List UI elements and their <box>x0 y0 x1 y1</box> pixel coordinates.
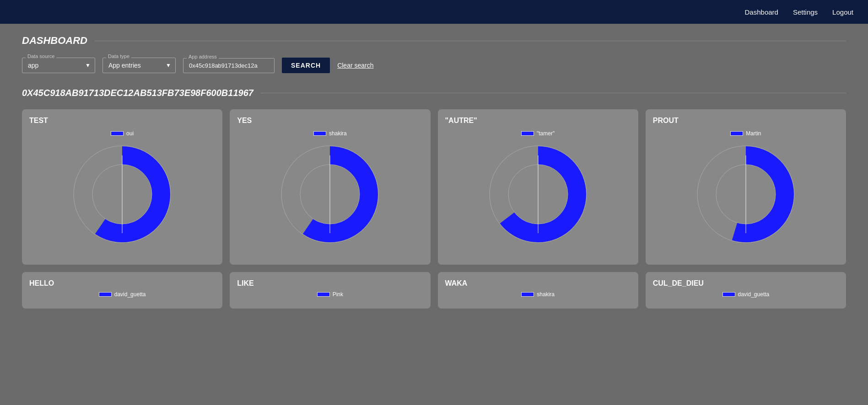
card-cul-legend: david_guetta <box>722 291 770 298</box>
card-like-legend: Pink <box>317 291 343 298</box>
card-test-legend: oui <box>111 130 134 137</box>
app-address-input[interactable] <box>183 58 275 73</box>
legend-label-autre: "tamer" <box>537 130 555 137</box>
card-hello: HELLO david_guetta <box>22 272 222 309</box>
card-prout: PROUT Martin <box>646 109 846 265</box>
nav-dashboard[interactable]: Dashboard <box>745 8 778 16</box>
card-yes: YES shakira <box>230 109 430 265</box>
card-cul: CUL_DE_DIEU david_guetta <box>646 272 846 309</box>
card-test: TEST oui <box>22 109 222 265</box>
page-title-row: DASHBOARD <box>22 35 846 47</box>
legend-swatch <box>111 131 124 136</box>
data-type-group: Data type App entries ▼ <box>102 58 176 73</box>
card-waka-title: WAKA <box>445 279 631 288</box>
legend-swatch-cul <box>722 292 735 297</box>
donut-chart-autre <box>488 144 588 245</box>
main-content: DASHBOARD Data source app ▼ Data type Ap… <box>0 24 868 320</box>
card-hello-title: HELLO <box>29 279 215 288</box>
legend-label-waka: shakira <box>537 291 555 298</box>
data-source-label: Data source <box>26 53 56 59</box>
donut-chart-prout <box>695 144 796 245</box>
top-navigation: Dashboard Settings Logout <box>0 0 868 24</box>
legend-swatch-autre <box>521 131 534 136</box>
nav-logout[interactable]: Logout <box>832 8 853 16</box>
legend-label-cul: david_guetta <box>738 291 770 298</box>
filters-row: Data source app ▼ Data type App entries … <box>22 58 846 73</box>
clear-search-button[interactable]: Clear search <box>337 62 373 69</box>
legend-swatch-waka <box>521 292 534 297</box>
card-like: LIKE Pink <box>230 272 430 309</box>
card-waka: WAKA shakira <box>438 272 638 309</box>
nav-settings[interactable]: Settings <box>793 8 818 16</box>
data-type-select[interactable]: App entries <box>102 58 176 73</box>
card-autre-title: "AUTRE" <box>445 117 477 125</box>
card-prout-legend: Martin <box>730 130 761 137</box>
data-type-label: Data type <box>106 53 131 59</box>
data-source-group: Data source app ▼ <box>22 58 95 73</box>
card-hello-legend: david_guetta <box>99 291 146 298</box>
card-like-title: LIKE <box>237 279 423 288</box>
title-divider <box>95 41 846 41</box>
card-autre: "AUTRE" "tamer" <box>438 109 638 265</box>
legend-swatch-yes <box>313 131 326 136</box>
card-yes-title: YES <box>237 117 252 125</box>
address-title: 0X45C918AB91713DEC12AB513FB73E98F600B119… <box>22 88 253 98</box>
legend-swatch-hello <box>99 292 112 297</box>
legend-label: oui <box>126 130 134 137</box>
legend-label-hello: david_guetta <box>114 291 146 298</box>
legend-label-like: Pink <box>333 291 343 298</box>
card-waka-legend: shakira <box>521 291 555 298</box>
legend-label-yes: shakira <box>329 130 347 137</box>
data-source-select[interactable]: app <box>22 58 95 73</box>
card-test-title: TEST <box>29 117 48 125</box>
card-autre-legend: "tamer" <box>521 130 555 137</box>
page-title: DASHBOARD <box>22 35 87 47</box>
app-address-group: App address <box>183 58 275 73</box>
legend-swatch-like <box>317 292 330 297</box>
card-prout-title: PROUT <box>653 117 679 125</box>
legend-swatch-prout <box>730 131 743 136</box>
cards-grid-bottom: HELLO david_guetta LIKE Pink WAKA shakir… <box>22 272 846 309</box>
address-title-row: 0X45C918AB91713DEC12AB513FB73E98F600B119… <box>22 88 846 98</box>
app-address-label: App address <box>187 54 219 59</box>
search-button[interactable]: SEARCH <box>282 58 330 73</box>
donut-chart-yes <box>280 144 380 245</box>
address-divider <box>261 93 846 93</box>
card-cul-title: CUL_DE_DIEU <box>653 279 839 288</box>
legend-label-prout: Martin <box>746 130 761 137</box>
donut-chart-test <box>72 144 173 245</box>
card-yes-legend: shakira <box>313 130 347 137</box>
cards-grid: TEST oui <box>22 109 846 265</box>
